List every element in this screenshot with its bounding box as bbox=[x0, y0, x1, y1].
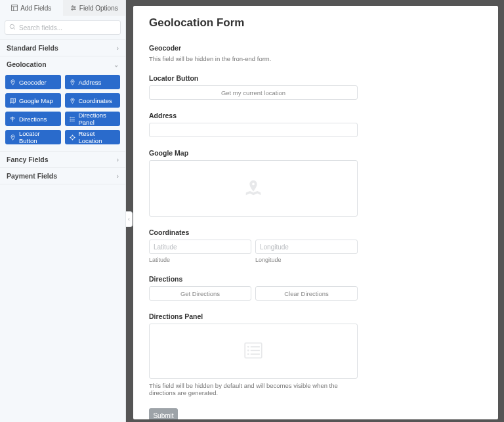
field-hint: This field will be hidden in the fron-en… bbox=[149, 55, 358, 62]
svg-line-10 bbox=[14, 28, 15, 30]
svg-point-8 bbox=[72, 9, 73, 11]
section-fancy-fields[interactable]: Fancy Fields › bbox=[0, 151, 125, 167]
field-label: Directions Panel bbox=[79, 112, 116, 126]
field-block-directions: Directions Get Directions Clear Directio… bbox=[149, 275, 358, 301]
list-icon bbox=[242, 339, 264, 363]
sidebar-tabs: Add Fields Field Options bbox=[0, 0, 125, 16]
sidebar-collapse-handle[interactable]: ‹ bbox=[126, 211, 133, 227]
svg-rect-0 bbox=[12, 5, 18, 11]
tab-label: Add Fields bbox=[20, 5, 51, 12]
field-label: Locator Button bbox=[149, 74, 358, 82]
field-google-map[interactable]: Google Map bbox=[5, 93, 61, 108]
svg-rect-36 bbox=[251, 354, 260, 355]
tab-field-options[interactable]: Field Options bbox=[63, 0, 126, 16]
field-block-address: Address bbox=[149, 112, 358, 137]
field-label: Google Map bbox=[19, 97, 53, 104]
tab-label: Field Options bbox=[79, 5, 118, 12]
directions-panel-placeholder bbox=[149, 324, 358, 379]
address-input[interactable] bbox=[149, 123, 358, 137]
search-icon bbox=[9, 24, 16, 32]
pin-icon bbox=[70, 98, 75, 104]
field-block-geocoder: Geocoder This field will be hidden in th… bbox=[149, 44, 358, 62]
field-label: Coordinates bbox=[79, 97, 112, 104]
field-block-directions-panel: Directions Panel This field will be hidd… bbox=[149, 312, 358, 396]
sliders-icon bbox=[70, 5, 77, 11]
button-label: Submit bbox=[153, 412, 173, 419]
field-label: Geocoder bbox=[19, 79, 47, 86]
field-label: Geocoder bbox=[149, 44, 358, 52]
pin-icon bbox=[10, 79, 16, 85]
svg-point-35 bbox=[247, 353, 249, 355]
svg-point-15 bbox=[72, 99, 73, 100]
section-payment-fields[interactable]: Payment Fields › bbox=[0, 167, 125, 184]
field-label: Reset Location bbox=[79, 130, 116, 144]
field-block-coordinates: Coordinates Latitude Longitude bbox=[149, 228, 358, 263]
pin-icon bbox=[70, 79, 75, 85]
section-label: Standard Fields bbox=[7, 44, 58, 52]
svg-point-31 bbox=[247, 346, 249, 348]
search-input-wrap[interactable] bbox=[5, 20, 121, 35]
section-label: Payment Fields bbox=[7, 172, 57, 180]
svg-point-33 bbox=[247, 350, 249, 352]
field-block-locator: Locator Button Get my current location bbox=[149, 74, 358, 100]
pin-icon bbox=[10, 135, 16, 140]
svg-point-22 bbox=[70, 119, 70, 119]
clear-directions-button[interactable]: Clear Directions bbox=[255, 286, 358, 301]
search-input[interactable] bbox=[19, 24, 116, 32]
longitude-input[interactable] bbox=[255, 240, 358, 254]
svg-point-12 bbox=[72, 81, 73, 82]
field-label: Directions bbox=[19, 116, 47, 123]
map-pin-icon bbox=[243, 178, 263, 199]
svg-rect-32 bbox=[251, 346, 260, 347]
svg-point-23 bbox=[70, 120, 70, 121]
svg-point-11 bbox=[12, 81, 14, 82]
field-geocoder[interactable]: Geocoder bbox=[5, 75, 61, 89]
field-label: Coordinates bbox=[149, 228, 358, 236]
latitude-input[interactable] bbox=[149, 240, 251, 254]
field-label: Directions bbox=[149, 275, 358, 283]
svg-rect-34 bbox=[251, 350, 260, 351]
map-placeholder[interactable] bbox=[149, 160, 358, 217]
chevron-down-icon: ⌄ bbox=[114, 61, 119, 68]
button-label: Clear Directions bbox=[284, 290, 329, 297]
chevron-right-icon: › bbox=[117, 173, 119, 180]
get-location-button[interactable]: Get my current location bbox=[149, 85, 358, 100]
sidebar: Add Fields Field Options Standard Fields… bbox=[0, 0, 126, 422]
field-reset-location[interactable]: Reset Location bbox=[65, 130, 121, 144]
get-directions-button[interactable]: Get Directions bbox=[149, 286, 251, 301]
field-label: Google Map bbox=[149, 149, 358, 157]
svg-point-25 bbox=[70, 135, 74, 139]
section-standard-fields[interactable]: Standard Fields › bbox=[0, 39, 125, 56]
latitude-sublabel: Latitude bbox=[149, 257, 251, 263]
crosshair-icon bbox=[70, 135, 75, 140]
layout-icon bbox=[11, 5, 18, 11]
section-geolocation[interactable]: Geolocation ⌄ bbox=[0, 56, 125, 72]
svg-point-24 bbox=[12, 136, 14, 137]
signpost-icon bbox=[10, 116, 16, 122]
map-icon bbox=[10, 98, 16, 104]
longitude-sublabel: Longitude bbox=[255, 257, 358, 263]
field-coordinates[interactable]: Coordinates bbox=[65, 93, 121, 108]
list-icon bbox=[70, 116, 75, 122]
field-address[interactable]: Address bbox=[65, 75, 121, 89]
field-block-map: Google Map bbox=[149, 149, 358, 217]
svg-point-21 bbox=[70, 117, 70, 117]
chevron-right-icon: › bbox=[117, 45, 119, 52]
form-title: Geolocation Form bbox=[149, 16, 482, 30]
submit-button[interactable]: Submit bbox=[149, 408, 178, 419]
tab-add-fields[interactable]: Add Fields bbox=[0, 0, 63, 16]
field-directions[interactable]: Directions bbox=[5, 112, 61, 126]
chevron-right-icon: › bbox=[117, 156, 119, 163]
svg-point-9 bbox=[10, 24, 14, 28]
field-label: Address bbox=[149, 112, 358, 119]
form-canvas: Geolocation Form Geocoder This field wil… bbox=[133, 6, 498, 419]
section-label: Geolocation bbox=[7, 60, 47, 68]
field-label: Locator Button bbox=[19, 130, 56, 144]
button-label: Get Directions bbox=[180, 290, 220, 297]
svg-point-4 bbox=[72, 6, 74, 7]
field-label: Directions Panel bbox=[149, 312, 358, 320]
field-locator-button[interactable]: Locator Button bbox=[5, 130, 61, 144]
field-directions-panel[interactable]: Directions Panel bbox=[65, 112, 121, 126]
field-hint: This field will be hidden by default and… bbox=[149, 382, 358, 396]
geolocation-fields-grid: Geocoder Address Google Map Coordinates … bbox=[0, 72, 125, 151]
